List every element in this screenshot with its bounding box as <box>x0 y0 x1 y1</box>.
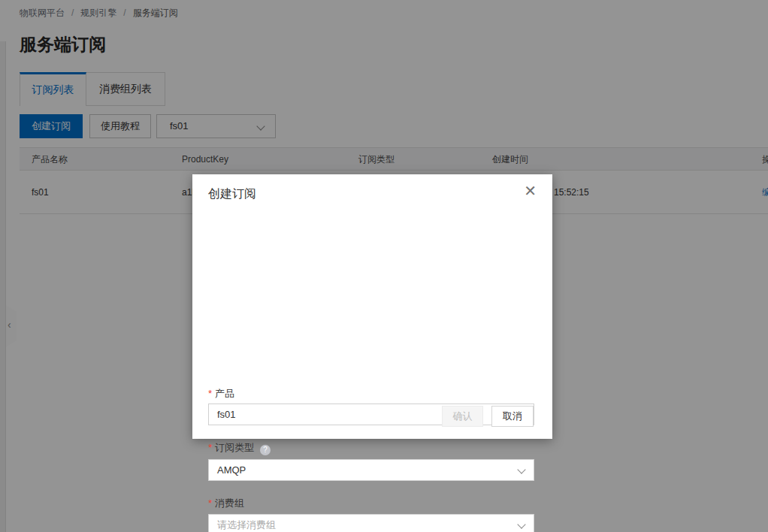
required-asterisk: * <box>208 497 212 509</box>
cancel-button[interactable]: 取消 <box>491 406 534 427</box>
product-select-value: fs01 <box>217 409 236 420</box>
consumer-group-placeholder: 请选择消费组 <box>217 519 276 530</box>
product-select[interactable]: fs01 <box>208 404 534 425</box>
subscription-type-select[interactable]: AMQP <box>208 459 534 481</box>
help-icon[interactable]: ? <box>260 445 271 455</box>
create-subscription-modal: 创建订阅 ✕ *产品 fs01 *订阅类型? AMQP *消费组 请选择消费组 … <box>192 174 552 439</box>
close-icon[interactable]: ✕ <box>524 183 537 198</box>
modal-title: 创建订阅 <box>208 186 256 202</box>
subscription-type-field-label: *订阅类型? <box>208 441 271 455</box>
chevron-down-icon <box>517 465 525 473</box>
consumer-group-field-label: *消费组 <box>208 497 244 510</box>
chevron-down-icon <box>517 520 525 528</box>
iot-console-screen: 物联网平台/规则引擎/服务端订阅 服务端订阅 订阅列表 消费组列表 创建订阅 使… <box>0 0 768 532</box>
confirm-button[interactable]: 确认 <box>442 406 483 427</box>
required-asterisk: * <box>208 442 212 453</box>
required-asterisk: * <box>208 388 212 399</box>
consumer-group-select[interactable]: 请选择消费组 <box>208 514 534 532</box>
product-field-label: *产品 <box>208 387 234 401</box>
subscription-type-select-value: AMQP <box>217 464 246 476</box>
